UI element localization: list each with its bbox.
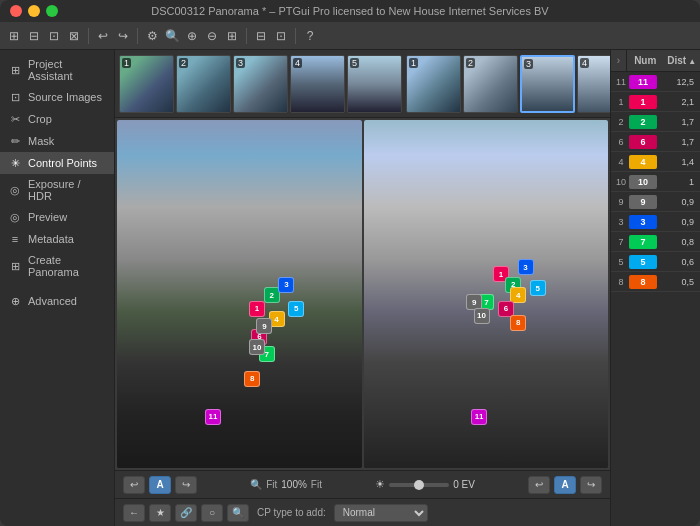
- sidebar-label-create-panorama: Create Panorama: [28, 254, 106, 278]
- toolbar-icon-4[interactable]: ⊠: [66, 28, 82, 44]
- cp-dot-left-11[interactable]: 11: [205, 409, 221, 425]
- maximize-button[interactable]: [46, 5, 58, 17]
- sidebar-label-preview: Preview: [28, 211, 67, 223]
- table-row[interactable]: 2 2 1,7: [611, 112, 700, 132]
- toolbar-icon-2[interactable]: ⊟: [26, 28, 42, 44]
- cp-dot-left-3[interactable]: 3: [278, 277, 294, 293]
- table-row[interactable]: 6 6 1,7: [611, 132, 700, 152]
- row-color-badge: 4: [629, 155, 657, 169]
- sidebar-item-exposure-hdr[interactable]: ◎ Exposure / HDR: [0, 174, 114, 206]
- image-panel-left[interactable]: 1 2 3 4 5 6 7 8 9 10 11: [117, 120, 362, 468]
- cp-dot-left-8[interactable]: 8: [244, 371, 260, 387]
- table-row[interactable]: 8 8 0,5: [611, 272, 700, 292]
- table-row[interactable]: 9 9 0,9: [611, 192, 700, 212]
- sidebar-item-advanced[interactable]: ⊕ Advanced: [0, 290, 114, 312]
- row-color-badge: 10: [629, 175, 657, 189]
- sidebar-item-create-panorama[interactable]: ⊞ Create Panorama: [0, 250, 114, 282]
- cp-type-select[interactable]: Normal Horizontal line Vertical line: [334, 504, 428, 522]
- sidebar-label-project-assistant: Project Assistant: [28, 58, 106, 82]
- film-thumb-num: 3: [524, 59, 533, 69]
- sidebar-item-mask[interactable]: ✏ Mask: [0, 130, 114, 152]
- film-thumb-left-2[interactable]: 2: [176, 55, 231, 113]
- minimize-button[interactable]: [28, 5, 40, 17]
- nav-back-btn[interactable]: ←: [123, 504, 145, 522]
- right-col-dist-header[interactable]: Dist: [664, 55, 701, 66]
- table-row[interactable]: 1 1 2,1: [611, 92, 700, 112]
- table-row[interactable]: 3 3 0,9: [611, 212, 700, 232]
- cp-dot-right-10[interactable]: 10: [474, 308, 490, 324]
- film-thumb-right-4[interactable]: 4: [577, 55, 610, 113]
- row-num: 10: [613, 177, 629, 187]
- toolbar-undo[interactable]: ↩: [95, 28, 111, 44]
- film-thumb-right-1[interactable]: 1: [406, 55, 461, 113]
- film-thumb-num: 2: [466, 58, 475, 68]
- toolbar-layout[interactable]: ⊟: [253, 28, 269, 44]
- toolbar-help[interactable]: ?: [302, 28, 318, 44]
- row-dist: 12,5: [657, 77, 698, 87]
- row-num: 3: [613, 217, 629, 227]
- filmstrip-right: 1 2 3 4 5: [406, 55, 610, 113]
- film-thumb-num: 4: [580, 58, 589, 68]
- ev-slider-thumb: [414, 480, 424, 490]
- ev-slider[interactable]: [389, 483, 449, 487]
- redo-left-btn[interactable]: ↪: [175, 476, 197, 494]
- cp-dot-left-9[interactable]: 9: [256, 318, 272, 334]
- cp-dot-right-11[interactable]: 11: [471, 409, 487, 425]
- ev-control: ☀ 0 EV: [375, 478, 475, 491]
- toolbar-view[interactable]: ⊡: [273, 28, 289, 44]
- film-thumb-right-2[interactable]: 2: [463, 55, 518, 113]
- toolbar-fit[interactable]: ⊞: [224, 28, 240, 44]
- film-thumb-left-1[interactable]: 1: [119, 55, 174, 113]
- sidebar-item-project-assistant[interactable]: ⊞ Project Assistant: [0, 54, 114, 86]
- toolbar-zoom-out[interactable]: ⊖: [204, 28, 220, 44]
- cp-dot-right-3[interactable]: 3: [518, 259, 534, 275]
- film-thumb-left-4[interactable]: 4: [290, 55, 345, 113]
- image-panel-right[interactable]: 1 2 3 4 5 6 7 8 9 10 11: [364, 120, 609, 468]
- film-thumb-num: 5: [350, 58, 359, 68]
- toolbar-zoom-in[interactable]: ⊕: [184, 28, 200, 44]
- table-row[interactable]: 5 5 0,6: [611, 252, 700, 272]
- table-row[interactable]: 7 7 0,8: [611, 232, 700, 252]
- film-thumb-right-3[interactable]: 3: [520, 55, 575, 113]
- image-panels: 1 2 3 4 5 6 7 8 9 10 11: [115, 118, 610, 470]
- cp-dot-left-10[interactable]: 10: [249, 339, 265, 355]
- sidebar-item-source-images[interactable]: ⊡ Source Images: [0, 86, 114, 108]
- toolbar-icon-3[interactable]: ⊡: [46, 28, 62, 44]
- main-layout: ⊞ Project Assistant ⊡ Source Images ✂ Cr…: [0, 50, 700, 526]
- nav-search-btn[interactable]: 🔍: [227, 504, 249, 522]
- a-left-btn[interactable]: A: [149, 476, 171, 494]
- sidebar-label-exposure-hdr: Exposure / HDR: [28, 178, 106, 202]
- fit-label-left: Fit: [266, 479, 277, 490]
- cp-dot-left-5[interactable]: 5: [288, 301, 304, 317]
- cp-dot-left-2[interactable]: 2: [264, 287, 280, 303]
- row-dist: 0,8: [657, 237, 698, 247]
- nav-circle-btn[interactable]: ○: [201, 504, 223, 522]
- undo-left-btn[interactable]: ↩: [123, 476, 145, 494]
- nav-star-btn[interactable]: ★: [149, 504, 171, 522]
- cp-dot-left-1[interactable]: 1: [249, 301, 265, 317]
- film-thumb-left-5[interactable]: 5: [347, 55, 402, 113]
- toolbar-settings[interactable]: ⚙: [144, 28, 160, 44]
- sidebar-item-crop[interactable]: ✂ Crop: [0, 108, 114, 130]
- toolbar-redo[interactable]: ↪: [115, 28, 131, 44]
- undo-right-btn[interactable]: ↩: [528, 476, 550, 494]
- sidebar-label-mask: Mask: [28, 135, 54, 147]
- close-button[interactable]: [10, 5, 22, 17]
- fit-label-right: Fit: [311, 479, 322, 490]
- table-row[interactable]: 10 10 1: [611, 172, 700, 192]
- sidebar-item-metadata[interactable]: ≡ Metadata: [0, 228, 114, 250]
- a-right-btn[interactable]: A: [554, 476, 576, 494]
- right-panel-toggle[interactable]: ›: [611, 50, 627, 71]
- cp-dot-right-8[interactable]: 8: [510, 315, 526, 331]
- table-row[interactable]: 4 4 1,4: [611, 152, 700, 172]
- toolbar-icon-1[interactable]: ⊞: [6, 28, 22, 44]
- toolbar-search[interactable]: 🔍: [164, 28, 180, 44]
- redo-right-btn[interactable]: ↪: [580, 476, 602, 494]
- sidebar-item-control-points[interactable]: ✳ Control Points: [0, 152, 114, 174]
- table-row[interactable]: 11 11 12,5: [611, 72, 700, 92]
- cp-dot-right-5[interactable]: 5: [530, 280, 546, 296]
- film-thumb-left-3[interactable]: 3: [233, 55, 288, 113]
- nav-link-btn[interactable]: 🔗: [175, 504, 197, 522]
- sidebar-item-preview[interactable]: ◎ Preview: [0, 206, 114, 228]
- film-thumb-num: 4: [293, 58, 302, 68]
